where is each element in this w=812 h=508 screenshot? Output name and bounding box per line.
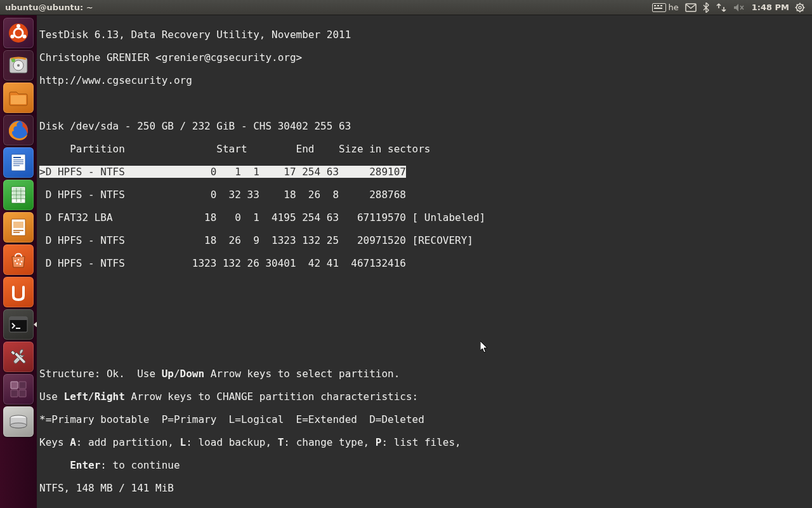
launcher-impress[interactable] <box>3 212 34 243</box>
svg-rect-27 <box>13 165 20 166</box>
svg-point-13 <box>16 24 20 28</box>
hint-line: Enter: to continue <box>39 460 809 471</box>
partition-row[interactable]: D FAT32 LBA 18 0 1 4195 254 63 67119570 … <box>39 212 809 224</box>
svg-rect-26 <box>13 163 23 164</box>
mail-icon <box>685 3 697 12</box>
footer-block: Structure: Ok. Use Up/Down Arrow keys to… <box>39 357 809 505</box>
svg-point-18 <box>17 64 20 67</box>
svg-point-47 <box>15 260 16 262</box>
svg-rect-36 <box>17 196 21 199</box>
svg-point-50 <box>16 263 18 265</box>
svg-point-2 <box>799 6 801 9</box>
launcher-settings[interactable] <box>3 342 34 372</box>
launcher <box>0 15 37 508</box>
keyboard-layout-label: he <box>668 3 678 12</box>
ubuntu-one-icon <box>6 279 31 305</box>
disk-info: Disk /dev/sda - 250 GB / 232 GiB - CHS 3… <box>39 121 809 132</box>
svg-rect-44 <box>13 222 23 228</box>
window-title: ubuntu@ubuntu: ~ <box>5 3 93 12</box>
svg-rect-24 <box>13 159 23 161</box>
svg-rect-33 <box>17 192 21 195</box>
svg-rect-22 <box>11 154 25 171</box>
launcher-writer[interactable] <box>3 147 34 178</box>
svg-rect-23 <box>13 157 21 158</box>
network-icon <box>716 3 727 13</box>
impress-icon <box>6 215 31 240</box>
hint-line: *=Primary bootable P=Primary L=Logical E… <box>39 414 809 425</box>
bag-icon <box>6 247 31 272</box>
svg-point-49 <box>21 261 23 263</box>
keyboard-icon <box>652 3 666 12</box>
network-indicator[interactable] <box>712 0 730 15</box>
launcher-workspace-switcher[interactable] <box>3 374 34 404</box>
launcher-calc[interactable] <box>3 180 34 210</box>
launcher-firefox[interactable] <box>3 115 34 145</box>
folder-icon <box>6 85 31 110</box>
launcher-dash[interactable] <box>3 18 34 48</box>
top-panel: ubuntu@ubuntu: ~ he 1:48 PM <box>0 0 812 15</box>
svg-point-48 <box>18 259 20 261</box>
keyboard-indicator[interactable]: he <box>649 0 681 15</box>
header-line: http://www.cgsecurity.org <box>39 75 809 86</box>
hint-line: Use Left/Right Arrow keys to CHANGE part… <box>39 391 809 403</box>
svg-rect-56 <box>19 382 26 389</box>
launcher-removable-drive[interactable] <box>3 406 34 437</box>
clock[interactable]: 1:48 PM <box>748 0 792 15</box>
column-headers: Partition Start End Size in sectors <box>39 144 809 155</box>
svg-point-19 <box>11 58 15 62</box>
launcher-ubuntu-one[interactable] <box>3 277 34 307</box>
gear-icon <box>795 3 805 13</box>
svg-rect-25 <box>13 161 23 163</box>
workspace-icon <box>6 377 31 402</box>
partition-row[interactable]: D HPFS - NTFS 18 26 9 1323 132 25 209715… <box>39 235 809 246</box>
terminal-icon <box>6 312 31 337</box>
launcher-terminal[interactable] <box>3 309 34 340</box>
terminal[interactable]: TestDisk 6.13, Data Recovery Utility, No… <box>37 15 812 508</box>
tools-icon <box>6 344 31 370</box>
svg-rect-20 <box>11 95 26 104</box>
disk-icon <box>6 53 31 78</box>
svg-rect-57 <box>11 390 18 397</box>
partition-row[interactable]: D HPFS - NTFS 0 32 33 18 26 8 288768 <box>39 189 809 201</box>
volume-indicator[interactable] <box>730 0 748 15</box>
calc-icon <box>6 182 31 208</box>
hint-line: Structure: Ok. Use Up/Down Arrow keys to… <box>39 368 809 380</box>
svg-rect-53 <box>10 317 27 320</box>
svg-rect-45 <box>13 230 23 231</box>
svg-rect-30 <box>17 188 21 191</box>
drive-icon <box>6 409 31 434</box>
mail-indicator[interactable] <box>682 0 700 15</box>
writer-icon <box>6 150 31 175</box>
svg-rect-34 <box>22 192 24 195</box>
svg-point-14 <box>11 35 15 39</box>
svg-point-15 <box>23 35 27 39</box>
svg-point-60 <box>10 423 27 428</box>
svg-point-51 <box>20 264 22 265</box>
svg-rect-31 <box>22 188 24 191</box>
svg-rect-46 <box>13 232 20 233</box>
hint-line: Keys A: add partition, L: load backup, T… <box>39 437 809 448</box>
volume-mute-icon <box>733 3 745 13</box>
partition-row[interactable]: D HPFS - NTFS 1323 132 26 30401 42 41 46… <box>39 258 809 269</box>
bluetooth-icon <box>703 3 709 13</box>
session-indicator[interactable] <box>792 0 808 15</box>
svg-rect-29 <box>13 188 16 191</box>
status-line: NTFS, 148 MB / 141 MiB <box>39 483 809 494</box>
launcher-files[interactable] <box>3 83 34 113</box>
header-line: TestDisk 6.13, Data Recovery Utility, No… <box>39 29 809 41</box>
firefox-icon <box>6 117 31 143</box>
bluetooth-indicator[interactable] <box>700 0 712 15</box>
launcher-software-center[interactable] <box>3 244 34 275</box>
svg-rect-32 <box>13 192 16 195</box>
launcher-disk-utility[interactable] <box>3 50 34 81</box>
svg-rect-37 <box>22 196 24 199</box>
ubuntu-icon <box>6 20 31 46</box>
svg-rect-35 <box>13 196 16 199</box>
svg-rect-58 <box>19 390 26 397</box>
header-line: Christophe GRENIER <grenier@cgsecurity.o… <box>39 52 809 64</box>
svg-rect-55 <box>11 382 18 389</box>
partition-row[interactable]: >D HPFS - NTFS 0 1 1 17 254 63 289107 <box>39 166 809 178</box>
